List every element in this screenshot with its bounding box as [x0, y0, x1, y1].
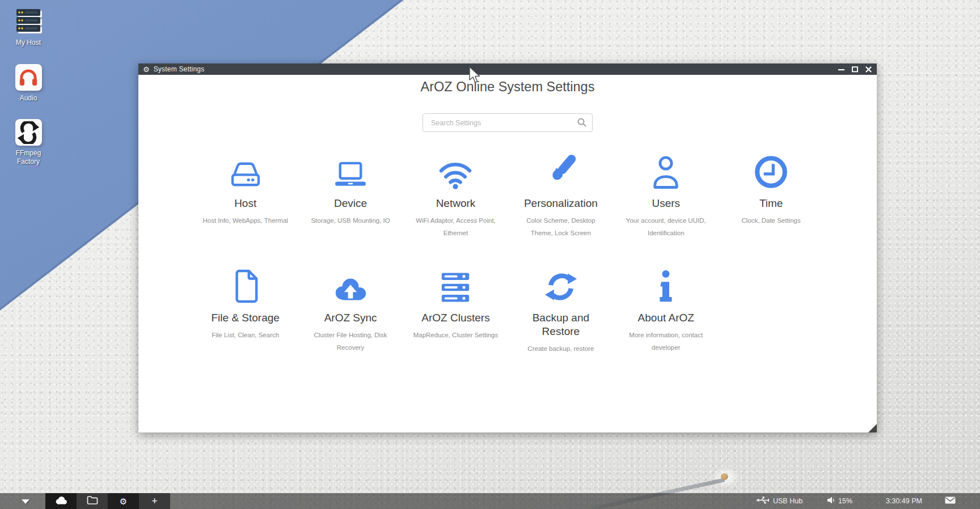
window-title: System Settings — [154, 65, 205, 73]
tile-title: ArOZ Sync — [308, 311, 393, 325]
tile-title: Users — [623, 197, 708, 210]
cloud-icon — [54, 495, 68, 507]
tile-subtitle: Create backup, restore — [516, 342, 606, 355]
window-titlebar[interactable]: ⚙ System Settings — [138, 63, 877, 75]
tile-subtitle: Host Info, WebApps, Thermal — [200, 214, 291, 227]
tile-personalization[interactable]: Personalization Color Scheme, Desktop Th… — [508, 149, 613, 239]
tile-title: Device — [308, 197, 393, 210]
tile-title: About ArOZ — [623, 311, 708, 325]
wifi-icon — [403, 149, 508, 189]
desktop-icon-my-host[interactable]: My Host — [8, 8, 49, 47]
window-resize-handle[interactable] — [868, 424, 877, 432]
tray-clock[interactable]: 3:30:49 PM — [886, 493, 922, 509]
taskbar-collapse-arrow-icon[interactable] — [22, 499, 29, 504]
plus-icon: + — [151, 496, 158, 506]
tile-file-storage[interactable]: File & Storage File List, Clean, Search — [193, 263, 298, 355]
taskbar: ⚙ + USB Hub — [0, 493, 980, 509]
sync-arrows-icon — [508, 263, 613, 304]
search-icon — [577, 118, 586, 129]
tile-subtitle: WiFi Adaptor, Access Point, Ethernet — [410, 214, 501, 239]
tile-backup-restore[interactable]: Backup and Restore Create backup, restor… — [508, 263, 613, 355]
tile-aroz-sync[interactable]: ArOZ Sync Cluster File Hosting, Disk Rec… — [298, 263, 403, 355]
close-button[interactable] — [865, 66, 872, 73]
desktop-icon-label: Audio — [8, 94, 49, 103]
tray-messages[interactable] — [945, 493, 956, 509]
settings-grid-row-1: Host Host Info, WebApps, Thermal Device … — [193, 149, 823, 239]
tile-network[interactable]: Network WiFi Adaptor, Access Point, Ethe… — [403, 149, 508, 239]
tile-subtitle: Cluster File Hosting, Disk Recovery — [305, 329, 396, 354]
taskbar-add-button[interactable]: + — [139, 493, 170, 509]
tile-title: Network — [413, 197, 498, 210]
recycle-arrows-icon — [15, 119, 42, 146]
page-title: ArOZ Online System Settings — [138, 79, 877, 95]
gear-icon: ⚙ — [120, 497, 127, 506]
server-stack-icon — [403, 263, 508, 304]
taskbar-buttons: ⚙ + — [45, 493, 170, 509]
folder-icon — [87, 495, 98, 507]
gear-icon: ⚙ — [143, 66, 150, 73]
headphones-icon — [15, 64, 42, 91]
info-icon — [614, 263, 719, 304]
tile-subtitle: MapReduce, Cluster Settings — [410, 329, 501, 341]
hard-drive-icon — [193, 149, 298, 189]
desktop-icon-audio[interactable]: Audio — [8, 64, 49, 103]
clock-icon — [719, 149, 823, 189]
tile-time[interactable]: Time Clock, Date Settings — [719, 149, 823, 239]
taskbar-cloud-button[interactable] — [45, 493, 77, 509]
envelope-icon — [945, 497, 956, 506]
speaker-icon — [827, 497, 835, 506]
user-icon — [614, 149, 719, 189]
settings-grid-row-2: File & Storage File List, Clean, Search — [193, 263, 719, 355]
search-input[interactable] — [423, 113, 593, 132]
tile-subtitle: Your account, device UUID, Identificatio… — [620, 214, 711, 239]
tile-title: Personalization — [518, 197, 603, 210]
tray-usb[interactable]: USB Hub — [756, 493, 802, 509]
tile-title: Host — [203, 197, 288, 210]
tile-subtitle: Clock, Date Settings — [726, 214, 817, 227]
tile-subtitle: More information, contact developer — [620, 329, 711, 354]
search-box — [423, 113, 593, 132]
maximize-button[interactable] — [851, 66, 859, 73]
tile-title: ArOZ Clusters — [413, 311, 498, 325]
desktop-icon-label: FFmpeg Factory — [8, 149, 49, 166]
usb-label: USB Hub — [773, 497, 802, 505]
settings-content: ArOZ Online System Settings — [138, 75, 877, 432]
system-settings-window: ⚙ System Settings ArOZ Online System Set… — [138, 63, 877, 432]
taskbar-settings-button[interactable]: ⚙ — [108, 493, 139, 509]
tile-title: Backup and Restore — [518, 311, 603, 338]
tile-subtitle: Storage, USB Mounting, IO — [305, 214, 396, 227]
clock-label: 3:30:49 PM — [886, 497, 922, 505]
file-icon — [193, 263, 298, 304]
tile-host[interactable]: Host Host Info, WebApps, Thermal — [193, 149, 298, 239]
tile-title: Time — [729, 197, 814, 210]
volume-label: 15% — [838, 497, 852, 505]
desktop-icon-label: My Host — [8, 39, 49, 47]
desktop-icon-ffmpeg-factory[interactable]: FFmpeg Factory — [8, 119, 49, 166]
tile-subtitle: File List, Clean, Search — [200, 329, 291, 341]
server-icon — [16, 8, 41, 35]
mouse-cursor — [468, 66, 481, 87]
tile-about-aroz[interactable]: About ArOZ More information, contact dev… — [614, 263, 719, 355]
tile-users[interactable]: Users Your account, device UUID, Identif… — [614, 149, 719, 239]
tile-title: File & Storage — [203, 311, 288, 325]
tile-subtitle: Color Scheme, Desktop Theme, Lock Screen — [516, 214, 606, 239]
laptop-icon — [298, 149, 403, 189]
paint-brush-icon — [508, 149, 613, 189]
minimize-button[interactable] — [838, 66, 845, 73]
tile-device[interactable]: Device Storage, USB Mounting, IO — [298, 149, 403, 239]
tile-aroz-clusters[interactable]: ArOZ Clusters MapReduce, Cluster Setting… — [403, 263, 508, 355]
usb-icon — [756, 497, 770, 506]
cloud-upload-icon — [298, 263, 403, 304]
tray-volume[interactable]: 15% — [827, 493, 852, 509]
taskbar-files-button[interactable] — [77, 493, 108, 509]
wall-nail — [721, 473, 728, 480]
